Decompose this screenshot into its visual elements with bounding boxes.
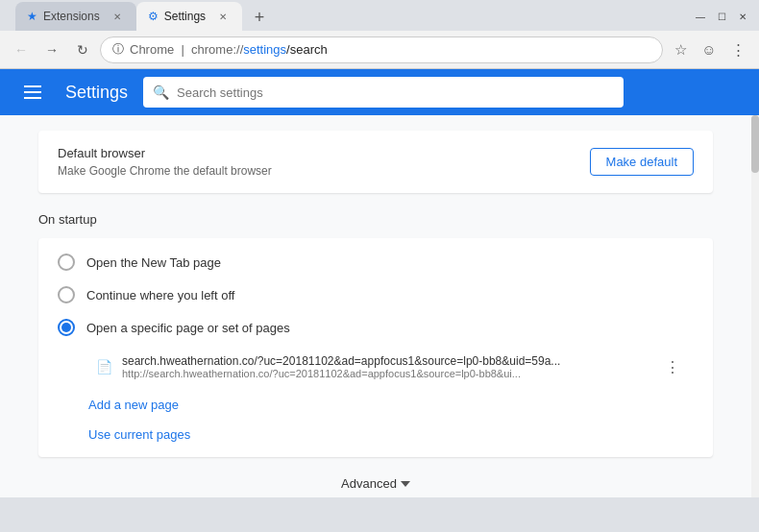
radio-circle-continue xyxy=(58,286,75,303)
url-path: settings xyxy=(243,42,286,57)
radio-option-new-tab[interactable]: Open the New Tab page xyxy=(42,246,709,278)
url-rest: /search xyxy=(286,42,328,57)
radio-label-new-tab: Open the New Tab page xyxy=(86,255,221,270)
hamburger-line-2 xyxy=(24,91,41,93)
advanced-button[interactable]: Advanced xyxy=(341,476,410,491)
browser-body: Settings 🔍 Default browser Make Google C… xyxy=(0,69,759,497)
forward-button[interactable]: → xyxy=(38,36,65,63)
close-button[interactable]: ✕ xyxy=(734,8,751,25)
add-new-page-button[interactable]: Add a new page xyxy=(42,390,194,420)
tab-extensions[interactable]: ★ Extensions ✕ xyxy=(15,2,136,31)
hamburger-line-3 xyxy=(24,97,41,99)
scrollbar-track[interactable] xyxy=(751,115,759,497)
radio-label-continue: Continue where you left off xyxy=(86,288,234,302)
account-button[interactable]: ☺ xyxy=(696,36,722,63)
content-area: Default browser Make Google Chrome the d… xyxy=(0,115,759,497)
on-startup-title: On startup xyxy=(38,212,97,227)
default-browser-description: Make Google Chrome the default browser xyxy=(58,164,272,178)
back-button[interactable]: ← xyxy=(8,36,35,63)
search-icon: 🔍 xyxy=(153,85,169,100)
advanced-section: Advanced xyxy=(38,476,713,491)
search-settings-bar[interactable]: 🔍 xyxy=(143,77,624,108)
address-icons: ☆ ☺ ⋮ xyxy=(667,36,751,63)
settings-header: Settings 🔍 xyxy=(0,69,759,115)
address-bar: ← → ↻ ⓘ Chrome | chrome://settings/searc… xyxy=(0,31,759,69)
page-info: search.hweathernation.co/?uc=20181102&ad… xyxy=(122,354,649,379)
radio-option-continue[interactable]: Continue where you left off xyxy=(42,278,709,311)
default-browser-text: Default browser Make Google Chrome the d… xyxy=(58,146,272,178)
tab-settings-close[interactable]: ✕ xyxy=(215,9,231,24)
main-content: Default browser Make Google Chrome the d… xyxy=(0,115,751,497)
menu-button[interactable]: ⋮ xyxy=(724,36,751,63)
radio-label-specific: Open a specific page or set of pages xyxy=(86,321,290,335)
bookmark-button[interactable]: ☆ xyxy=(667,36,694,63)
advanced-label: Advanced xyxy=(341,476,397,491)
extensions-tab-icon: ★ xyxy=(27,10,37,23)
tab-settings-label: Settings xyxy=(164,10,206,23)
use-current-pages-button[interactable]: Use current pages xyxy=(42,420,206,449)
startup-card: Open the New Tab page Continue where you… xyxy=(38,238,713,457)
window-controls: — ☐ ✕ xyxy=(692,8,751,25)
minimize-button[interactable]: — xyxy=(692,8,709,25)
radio-option-specific[interactable]: Open a specific page or set of pages xyxy=(42,311,709,344)
url-bar[interactable]: ⓘ Chrome | chrome://settings/search xyxy=(100,36,663,63)
tab-bar: ★ Extensions ✕ ⚙ Settings ✕ + xyxy=(8,0,751,31)
scrollbar-thumb[interactable] xyxy=(751,115,759,173)
tab-extensions-label: Extensions xyxy=(43,10,100,23)
default-browser-card: Default browser Make Google Chrome the d… xyxy=(38,131,713,193)
radio-circle-new-tab xyxy=(58,254,75,271)
page-menu-button[interactable]: ⋮ xyxy=(659,353,686,380)
default-browser-heading: Default browser xyxy=(58,146,272,160)
page-url-main: search.hweathernation.co/?uc=20181102&ad… xyxy=(122,354,649,368)
url-scheme: Chrome | chrome:// xyxy=(130,42,243,57)
settings-tab-icon: ⚙ xyxy=(148,10,159,23)
settings-title: Settings xyxy=(65,83,128,103)
chevron-down-icon xyxy=(401,481,410,487)
refresh-button[interactable]: ↻ xyxy=(69,36,96,63)
page-url-sub: http://search.hweathernation.co/?uc=2018… xyxy=(122,368,649,379)
lock-icon: ⓘ xyxy=(112,41,124,58)
new-tab-button[interactable]: + xyxy=(246,4,273,31)
pages-list: 📄 search.hweathernation.co/?uc=20181102&… xyxy=(42,344,709,390)
hamburger-button[interactable] xyxy=(15,75,50,109)
on-startup-section: On startup xyxy=(38,212,713,227)
page-file-icon: 📄 xyxy=(96,359,112,375)
tab-settings[interactable]: ⚙ Settings ✕ xyxy=(136,2,242,31)
hamburger-line-1 xyxy=(24,85,41,87)
make-default-button[interactable]: Make default xyxy=(590,148,694,176)
tab-extensions-close[interactable]: ✕ xyxy=(110,9,125,24)
title-bar: ★ Extensions ✕ ⚙ Settings ✕ + — ☐ ✕ xyxy=(0,0,759,31)
search-settings-input[interactable] xyxy=(177,85,614,100)
radio-circle-specific xyxy=(58,319,75,336)
page-entry: 📄 search.hweathernation.co/?uc=20181102&… xyxy=(88,348,694,386)
maximize-button[interactable]: ☐ xyxy=(713,8,730,25)
url-text: Chrome | chrome://settings/search xyxy=(130,42,650,57)
